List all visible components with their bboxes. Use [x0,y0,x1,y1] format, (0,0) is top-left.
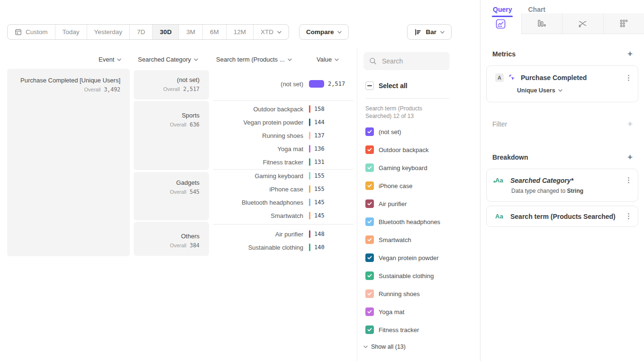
search-term-row[interactable]: Bluetooth headphones 145 [213,198,325,207]
kebab-menu-icon[interactable] [627,212,630,220]
checked-checkbox[interactable] [365,145,374,154]
search-term-row[interactable]: (not set) 2,517 [213,79,345,89]
search-term-row[interactable]: Sustainable clothing 140 [213,243,325,252]
category-cell[interactable]: (not set) Overall2,517 [134,70,209,99]
kebab-menu-icon[interactable] [627,176,630,184]
date-range-label: Today [63,28,80,36]
search-term-row[interactable]: Fitness tracker 131 [213,157,325,167]
overall-label: Overall [170,189,186,195]
column-header-searched-category[interactable]: Searched Category [138,56,198,63]
checked-checkbox[interactable] [365,271,374,280]
value-text: 145 [314,212,325,219]
value-text: 131 [314,159,325,165]
filter-list-item[interactable]: Running shoes [365,289,480,298]
add-filter-icon[interactable]: + [627,120,633,128]
view-tab-flow[interactable] [562,13,603,34]
tab-query[interactable]: Query [493,6,512,13]
tab-chart[interactable]: Chart [528,6,545,13]
search-term-row[interactable]: Yoga mat 136 [213,144,325,153]
filter-list-item[interactable]: (not set) [365,127,480,136]
date-range-group: Custom Today Yesterday 7D 30D 3M 6M 12M … [7,24,289,40]
checked-checkbox[interactable] [365,235,374,244]
select-all-toggle[interactable]: Select all [365,81,480,90]
search-input[interactable] [381,57,443,65]
filter-list-item[interactable]: Yoga mat [365,307,480,316]
checked-checkbox[interactable] [365,163,374,172]
view-tab-bars[interactable] [521,13,562,34]
category-overall: Overall2,517 [134,86,200,92]
filter-list-item[interactable]: Bluetooth headphones [365,217,480,226]
date-range-label: 30D [160,28,172,36]
filter-list-item[interactable]: iPhone case [365,181,480,190]
filter-list-item[interactable]: Outdoor backpack [365,145,480,154]
date-range-custom[interactable]: Custom [8,25,55,39]
date-range-xtd[interactable]: XTD [254,25,289,39]
breakdown-card-search-term[interactable]: Aa Search term (Products Searched) [486,206,638,227]
category-cell[interactable]: Gadgets Overall545 [134,172,209,220]
kebab-menu-icon[interactable] [627,74,630,82]
checked-checkbox[interactable] [365,307,374,316]
column-header-search-term[interactable]: Search term (Products ... [216,56,292,63]
add-breakdown-icon[interactable]: + [627,153,633,162]
chevron-down-icon [440,31,444,34]
date-range-30d[interactable]: 30D [153,25,179,39]
metric-card[interactable]: A Purchase Completed Unique Users [486,65,638,102]
date-range-today[interactable]: Today [55,25,87,39]
search-term-label: Fitness tracker [213,159,303,166]
search-term-row[interactable]: iPhone case 155 [213,184,325,194]
search-term-label: Outdoor backpack [213,106,303,113]
show-all-label: Show all (13) [371,343,406,350]
compare-button[interactable]: Compare [299,24,349,40]
breakdown-card-searched-category[interactable]: Aa* Searched Category* Data type changed… [486,169,638,202]
search-box[interactable] [363,52,450,70]
show-all-button[interactable]: Show all (13) [363,343,480,350]
chart-type-button[interactable]: Bar [407,24,452,40]
search-term-row[interactable]: Air purifier 148 [213,229,325,239]
view-tab-metrics-grid[interactable] [603,13,644,34]
measure-label: Unique Users [517,87,555,94]
filter-list-label: Search term (Products Searched) 12 of 13 [365,105,442,120]
column-header-event[interactable]: Event [99,56,121,63]
column-header-value[interactable]: Value [317,56,339,63]
filter-list-item[interactable]: Smartwatch [365,235,480,244]
search-term-row[interactable]: Smartwatch 145 [213,211,325,220]
filter-list-item[interactable]: Sustainable clothing [365,271,480,280]
date-range-12m[interactable]: 12M [227,25,254,39]
date-range-yesterday[interactable]: Yesterday [87,25,130,39]
category-cell[interactable]: Others Overall384 [134,222,209,256]
checked-checkbox[interactable] [365,325,374,334]
select-all-checkbox[interactable] [365,81,374,90]
category-overall: Overall636 [134,121,200,128]
group-divider [213,100,354,101]
filter-list-item[interactable]: Vegan protein powder [365,253,480,262]
date-range-3m[interactable]: 3M [179,25,203,39]
filter-list-item[interactable]: Air purifier [365,199,480,208]
add-metric-icon[interactable]: + [627,50,633,58]
filter-list-item[interactable]: Fitness tracker [365,325,480,334]
filter-item-label: Outdoor backpack [379,146,429,153]
checked-checkbox[interactable] [365,289,374,298]
filter-list-item[interactable]: Gaming keyboard [365,163,480,172]
date-range-7d[interactable]: 7D [130,25,153,39]
checked-checkbox[interactable] [365,181,374,190]
filter-item-label: Air purifier [379,200,407,208]
search-term-row[interactable]: Running shoes 137 [213,131,325,140]
checked-checkbox[interactable] [365,199,374,208]
event-cell[interactable]: Purchase Completed [Unique Users] Overal… [7,69,130,256]
date-range-6m[interactable]: 6M [203,25,227,39]
checked-checkbox[interactable] [365,217,374,226]
date-range-label: 7D [137,28,145,36]
measure-selector[interactable]: Unique Users [487,82,638,102]
search-term-row[interactable]: Gaming keyboard 155 [213,171,325,180]
search-term-row[interactable]: Vegan protein powder 144 [213,117,325,127]
category-cell[interactable]: Sports Overall636 [134,101,209,170]
filter-item-label: Running shoes [379,290,420,298]
breakdown-section-header: Breakdown + [481,153,644,162]
horizontal-bar-chart-icon [414,28,422,36]
search-term-row[interactable]: Outdoor backpack 158 [213,104,325,114]
checked-checkbox[interactable] [365,253,374,262]
checked-checkbox[interactable] [365,127,374,136]
column-header-label: Event [99,56,114,63]
group-divider [213,169,354,170]
search-term-label: Bluetooth headphones [213,199,303,206]
